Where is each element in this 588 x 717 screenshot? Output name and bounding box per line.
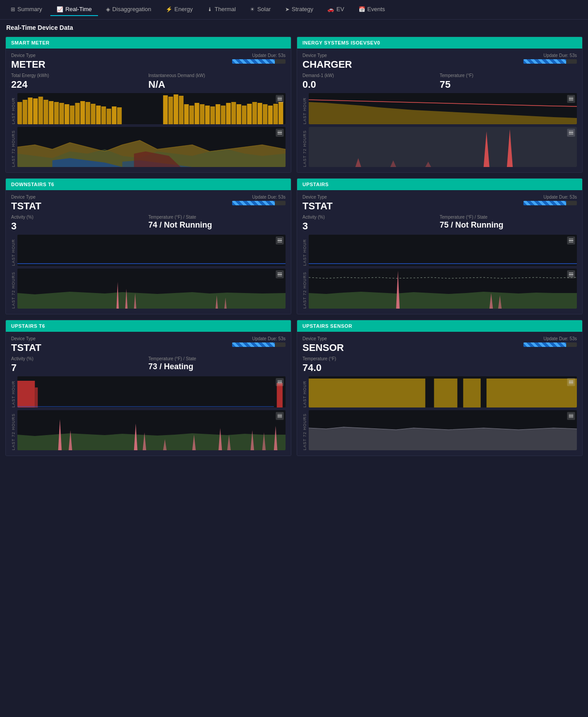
realtime-icon: 📈 — [57, 6, 63, 12]
svg-rect-86 — [486, 379, 577, 407]
solar-icon: ☀ — [250, 6, 255, 12]
card-inergy: INERGY SYSTEMS ISOEVSEV0 Device Type CHA… — [297, 37, 583, 173]
svg-marker-64 — [396, 271, 400, 309]
svg-rect-39 — [263, 104, 267, 124]
svg-rect-84 — [434, 379, 457, 407]
svg-rect-17 — [106, 109, 111, 124]
svg-rect-3 — [33, 98, 37, 124]
svg-marker-56 — [17, 292, 286, 309]
nav-thermal[interactable]: 🌡 Thermal — [201, 3, 242, 16]
update-bar-upstairs — [523, 201, 577, 205]
svg-rect-42 — [278, 102, 283, 124]
svg-rect-10 — [70, 106, 74, 124]
chart-menu-upstairs[interactable] — [567, 236, 575, 244]
svg-rect-23 — [179, 96, 184, 124]
chart-row-last-hour-inergy: LAST HOUR — [302, 93, 577, 124]
nav-events[interactable]: 📅 Events — [352, 3, 392, 16]
nav-ev[interactable]: 🚗 EV — [321, 3, 350, 16]
svg-rect-40 — [268, 106, 273, 124]
metric-temp-downstairs: Temperature (°F) / State 74 / Not Runnin… — [148, 215, 286, 232]
last-hour-label-upstairs-t6: LAST HOUR — [11, 376, 16, 407]
update-col-inergy: Update Due: 53s — [440, 53, 577, 70]
chart-row-last-hour-upstairs-t6: LAST HOUR — [11, 376, 286, 407]
update-bar-downstairs — [232, 201, 286, 205]
card-upstairs-sensor-body: Device Type SENSOR Update Due: 53s Tempe… — [297, 332, 582, 456]
chart-menu-72h-upstairs-t6[interactable] — [276, 412, 284, 420]
chart-section-downstairs: LAST HOUR LAST 72 HOURS — [11, 235, 286, 309]
svg-rect-29 — [210, 106, 215, 124]
72h-label: LAST 72 HOURS — [11, 127, 16, 167]
ev-icon: 🚗 — [327, 6, 334, 12]
svg-rect-33 — [231, 102, 236, 124]
metric-total-energy: Total Energy (kWh) 224 — [11, 73, 148, 90]
svg-rect-15 — [96, 106, 101, 124]
svg-marker-87 — [309, 427, 577, 450]
chart-last-hour-smart-meter — [17, 93, 286, 124]
last-hour-label-sensor: LAST HOUR — [302, 376, 307, 407]
chart-72h-inergy — [309, 127, 577, 167]
svg-rect-35 — [242, 106, 246, 124]
72h-label-upstairs: LAST 72 HOURS — [302, 269, 307, 309]
chart-section-sensor: LAST HOUR — [302, 376, 577, 450]
metric-temp-upstairs: Temperature (°F) / State 75 / Not Runnin… — [440, 215, 577, 232]
svg-rect-83 — [309, 379, 425, 407]
svg-rect-8 — [59, 103, 64, 124]
chart-menu-icon[interactable] — [276, 95, 284, 103]
chart-72h-downstairs — [17, 269, 286, 309]
chart-row-last-hour-downstairs: LAST HOUR — [11, 235, 286, 266]
update-col-upstairs-t6: Update Due: 53s — [148, 336, 286, 354]
chart-section-last-hour: LAST HOUR — [11, 93, 286, 167]
nav-strategy[interactable]: ➤ Strategy — [279, 3, 319, 16]
card-upstairs: UPSTAIRS Device Type TSTAT Update Due: 5… — [297, 178, 583, 314]
svg-rect-20 — [163, 95, 167, 124]
chart-row-last-hour-sensor: LAST HOUR — [302, 376, 577, 407]
card-upstairs-body: Device Type TSTAT Update Due: 53s Activi… — [297, 190, 582, 314]
chart-menu-72h-inergy[interactable] — [567, 129, 575, 137]
update-col-upstairs: Update Due: 53s — [440, 195, 577, 212]
card-upstairs-t6-header: UPSTAIRS T6 — [6, 320, 291, 332]
card-inergy-header: INERGY SYSTEMS ISOEVSEV0 — [297, 37, 582, 49]
chart-menu-downstairs[interactable] — [276, 236, 284, 244]
chart-menu-upstairs-t6[interactable] — [276, 378, 284, 386]
svg-rect-4 — [38, 97, 43, 124]
nav-realtime[interactable]: 📈 Real-Time — [50, 3, 98, 16]
svg-rect-22 — [174, 94, 178, 124]
chart-menu-sensor[interactable] — [567, 378, 575, 386]
chart-menu-icon-72h[interactable] — [276, 129, 284, 137]
svg-rect-12 — [80, 101, 85, 124]
nav-disaggregation[interactable]: ◈ Disaggregation — [100, 3, 157, 16]
chart-row-72h-sensor: LAST 72 HOURS — [302, 410, 577, 450]
last-hour-label-upstairs: LAST HOUR — [302, 235, 307, 266]
chart-row-last-hour: LAST HOUR — [11, 93, 286, 124]
last-hour-label-inergy: LAST HOUR — [302, 93, 307, 124]
svg-rect-0 — [17, 102, 22, 124]
strategy-icon: ➤ — [285, 6, 290, 12]
chart-menu-inergy[interactable] — [567, 95, 575, 103]
svg-rect-14 — [91, 104, 95, 124]
svg-rect-27 — [200, 104, 204, 124]
disaggregation-icon: ◈ — [106, 6, 110, 12]
chart-menu-72h-sensor[interactable] — [567, 412, 575, 420]
thermal-icon: 🌡 — [207, 6, 212, 12]
nav-solar[interactable]: ☀ Solar — [244, 3, 277, 16]
metric-activity-upstairs: Activity (%) 3 — [302, 215, 440, 232]
svg-rect-38 — [257, 103, 262, 124]
svg-rect-25 — [189, 106, 194, 124]
update-col-sensor: Update Due: 53s — [440, 336, 577, 354]
update-col: Update Due: 53s — [148, 53, 286, 70]
svg-rect-2 — [28, 98, 33, 124]
nav-energy[interactable]: ⚡ Energy — [159, 3, 199, 16]
page-title: Real-Time Device Data — [0, 20, 588, 34]
card-smart-meter-header: SMART METER — [6, 37, 291, 49]
72h-label-sensor: LAST 72 HOURS — [302, 410, 307, 450]
chart-menu-72h-downstairs[interactable] — [276, 270, 284, 278]
device-type-col: Device Type METER — [11, 53, 148, 70]
update-bar-sensor — [523, 342, 577, 347]
events-icon: 📅 — [359, 6, 365, 12]
chart-menu-72h-upstairs[interactable] — [567, 270, 575, 278]
nav-summary[interactable]: ⊞ Summary — [4, 3, 49, 16]
svg-rect-67 — [17, 381, 35, 407]
svg-rect-6 — [49, 101, 53, 124]
metric-activity-upstairs-t6: Activity (%) 7 — [11, 356, 148, 374]
card-downstairs-body: Device Type TSTAT Update Due: 53s Activi… — [6, 190, 291, 314]
